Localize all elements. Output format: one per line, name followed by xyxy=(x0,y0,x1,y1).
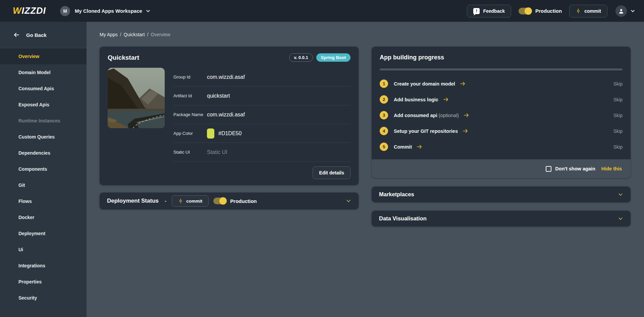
deployment-production-toggle[interactable] xyxy=(213,198,226,204)
progress-card-title: App building progress xyxy=(380,54,623,61)
deployment-status-separator: - xyxy=(165,198,166,204)
app-building-progress-card: App building progress 1Create your domai… xyxy=(372,47,631,178)
sidebar-item-security[interactable]: Security xyxy=(0,290,87,306)
logo-rest: IZZDI xyxy=(21,6,46,16)
field-label: Artifact Id xyxy=(173,93,207,98)
edit-details-button[interactable]: Edit details xyxy=(313,166,351,179)
progress-step-1: 1Create your domain modelSkip xyxy=(380,76,623,92)
step-suffix: (optional) xyxy=(437,113,459,118)
deployment-status-bar: Deployment Status - commit Production xyxy=(100,193,359,209)
breadcrumb-item[interactable]: My Apps xyxy=(100,32,118,37)
deployment-status-title: Deployment Status xyxy=(107,198,159,204)
app-color-swatch xyxy=(207,128,214,139)
commit-button-label: commit xyxy=(584,8,601,14)
breadcrumb-item[interactable]: Quickstart xyxy=(124,32,145,37)
field-value-wrap: com.wizzdi.asaf xyxy=(207,74,245,80)
logo-accent-letter: W xyxy=(13,6,21,16)
sidebar-item-custom-queries[interactable]: Custom Queries xyxy=(0,129,87,145)
arrow-right-icon[interactable] xyxy=(462,128,469,134)
app-fields: Group Idcom.wizzdi.asafArtifact Idquicks… xyxy=(173,68,351,162)
deployment-production-label: Production xyxy=(230,198,257,204)
app-field-row: Static UIStatic UI xyxy=(173,143,351,162)
data-visualisation-panel[interactable]: Data Visualisation xyxy=(372,211,631,226)
arrow-right-icon[interactable] xyxy=(463,112,470,118)
dont-show-again-label: Don't show again xyxy=(555,166,595,171)
sidebar-nav: OverviewDomain ModelConsumed ApisExposed… xyxy=(0,48,87,306)
step-label[interactable]: Add business logic xyxy=(394,97,438,102)
step-number-badge: 3 xyxy=(380,111,388,119)
sidebar-item-git[interactable]: Git xyxy=(0,177,87,193)
chevron-down-icon xyxy=(146,8,151,13)
main-content: My Apps/Quickstart/Overview Quickstart v… xyxy=(87,22,644,317)
sidebar-item-ui[interactable]: Ui xyxy=(0,242,87,258)
arrow-right-icon[interactable] xyxy=(459,81,466,87)
skip-link[interactable]: Skip xyxy=(613,144,623,150)
sidebar-item-properties[interactable]: Properties xyxy=(0,274,87,290)
marketplaces-panel[interactable]: Marketplaces xyxy=(372,187,631,202)
field-value: quickstart xyxy=(207,93,230,99)
commit-button[interactable]: commit xyxy=(569,5,607,17)
chevron-down-icon[interactable] xyxy=(346,198,351,204)
step-label[interactable]: Add consumed api (optional) xyxy=(394,113,459,118)
field-value-wrap: #D1DE50 xyxy=(207,128,241,139)
arrow-right-icon[interactable] xyxy=(416,144,423,150)
deployment-commit-button[interactable]: commit xyxy=(172,195,209,207)
topbar-actions: Feedback Production commit xyxy=(467,5,635,17)
progress-step-2: 2Add business logicSkip xyxy=(380,92,623,107)
git-commit-icon xyxy=(576,8,581,14)
step-label[interactable]: Commit xyxy=(394,144,412,150)
hide-this-link[interactable]: Hide this xyxy=(601,166,622,171)
sidebar-item-integrations[interactable]: Integrations xyxy=(0,258,87,274)
sidebar-item-consumed-apis[interactable]: Consumed Apis xyxy=(0,81,87,97)
step-number-badge: 5 xyxy=(380,143,388,151)
breadcrumb-separator: / xyxy=(120,32,121,37)
progress-card-footer: Don't show again Hide this xyxy=(372,159,631,178)
workspace-selector[interactable]: M My Cloned Apps Workspace xyxy=(60,6,151,16)
sidebar-item-runtime-instances: Runtime Instances xyxy=(0,113,87,129)
field-value: #D1DE50 xyxy=(218,130,241,137)
go-back-label: Go Back xyxy=(26,32,47,38)
skip-link[interactable]: Skip xyxy=(613,128,623,134)
skip-link[interactable]: Skip xyxy=(613,97,623,102)
step-label[interactable]: Create your domain model xyxy=(394,81,455,87)
sidebar-item-deployment[interactable]: Deployment xyxy=(0,225,87,242)
sidebar-item-components[interactable]: Components xyxy=(0,161,87,177)
user-menu[interactable] xyxy=(615,5,635,17)
app-field-row: Package Namecom.wizzdi.asaf xyxy=(173,105,351,124)
chevron-down-icon[interactable] xyxy=(618,216,623,221)
field-value-wrap: Static UI xyxy=(207,149,227,155)
data-visualisation-title: Data Visualisation xyxy=(379,215,427,222)
workspace-avatar: M xyxy=(60,6,70,16)
marketplaces-title: Marketplaces xyxy=(379,191,414,198)
production-toggle[interactable] xyxy=(519,8,531,14)
arrow-right-icon[interactable] xyxy=(442,97,449,102)
sidebar-item-docker[interactable]: Docker xyxy=(0,209,87,225)
app-details-card: Quickstart v. 0.0.1 Spring Boot xyxy=(100,47,359,185)
feedback-icon xyxy=(473,8,480,14)
sidebar-item-domain-model[interactable]: Domain Model xyxy=(0,64,87,81)
sidebar: Go Back OverviewDomain ModelConsumed Api… xyxy=(0,22,87,317)
sidebar-item-dependencies[interactable]: Dependencies xyxy=(0,145,87,161)
skip-link[interactable]: Skip xyxy=(613,81,623,87)
step-label[interactable]: Setup your GIT repositories xyxy=(394,128,458,134)
sidebar-item-overview[interactable]: Overview xyxy=(0,48,87,64)
dont-show-again-checkbox[interactable] xyxy=(546,166,551,172)
app-image xyxy=(108,68,165,128)
chevron-down-icon[interactable] xyxy=(618,192,623,197)
version-badge: v. 0.0.1 xyxy=(289,53,313,62)
wizzdi-logo: WIZZDI xyxy=(13,6,46,16)
step-number-badge: 2 xyxy=(380,95,388,104)
sidebar-item-exposed-apis[interactable]: Exposed Apis xyxy=(0,97,87,113)
feedback-button[interactable]: Feedback xyxy=(467,5,511,17)
go-back-button[interactable]: Go Back xyxy=(0,22,87,48)
field-label: App Color xyxy=(173,131,207,136)
step-number-badge: 4 xyxy=(380,127,388,135)
sidebar-item-flows[interactable]: Flows xyxy=(0,193,87,209)
toggle-knob xyxy=(219,197,227,205)
field-value: com.wizzdi.asaf xyxy=(207,74,245,80)
toggle-knob xyxy=(525,7,532,15)
app-field-row: Artifact Idquickstart xyxy=(173,87,351,105)
arrow-left-icon xyxy=(13,32,20,38)
git-commit-icon xyxy=(178,198,183,204)
skip-link[interactable]: Skip xyxy=(613,113,623,118)
